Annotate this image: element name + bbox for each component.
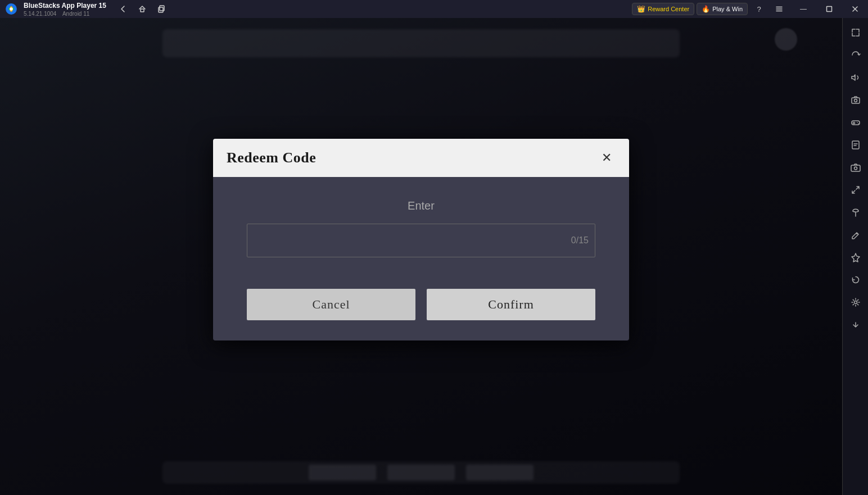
flame-icon: 🔥: [702, 5, 710, 13]
svg-rect-5: [827, 7, 832, 12]
rotate-sidebar-btn[interactable]: [846, 45, 866, 65]
svg-point-13: [854, 167, 857, 170]
svg-rect-11: [852, 141, 859, 149]
play-win-label: Play & Win: [712, 6, 743, 12]
expand-sidebar-btn[interactable]: [846, 22, 866, 43]
svg-point-10: [858, 123, 859, 124]
confirm-button[interactable]: Confirm: [427, 289, 595, 320]
dialog-close-icon: ✕: [602, 151, 612, 165]
svg-point-14: [854, 301, 857, 304]
resize-sidebar-btn[interactable]: [846, 180, 866, 200]
code-input-container: 0/15: [247, 224, 595, 257]
eco-sidebar-btn[interactable]: [846, 202, 866, 222]
airplane-sidebar-btn[interactable]: [846, 247, 866, 267]
crown-icon: 👑: [637, 5, 645, 13]
dialog-footer: Cancel Confirm: [213, 280, 629, 340]
svg-point-7: [854, 99, 857, 102]
volume-sidebar-btn[interactable]: [846, 67, 866, 88]
svg-point-9: [857, 122, 858, 123]
dialog-header: Redeem Code ✕: [213, 139, 629, 177]
gamepad-sidebar-btn[interactable]: [846, 112, 866, 133]
maximize-button[interactable]: [816, 0, 842, 18]
help-button[interactable]: ?: [750, 0, 768, 18]
reward-center-button[interactable]: 👑 Reward Center: [632, 3, 694, 15]
close-button[interactable]: [842, 0, 868, 18]
svg-rect-12: [851, 165, 860, 171]
home-button[interactable]: [133, 0, 151, 18]
bottom-sidebar-btn[interactable]: [846, 315, 866, 335]
right-sidebar: [842, 18, 868, 495]
main-content: Redeem Code ✕ Enter 0/15 Cancel Confirm: [0, 18, 842, 495]
svg-rect-2: [141, 9, 144, 12]
enter-label: Enter: [408, 199, 435, 212]
copy-button[interactable]: [152, 0, 170, 18]
svg-rect-4: [159, 7, 163, 12]
help-icon: ?: [757, 5, 761, 13]
app-version: 5.14.21.1004 Android 11: [24, 11, 108, 17]
app-name: BlueStacks App Player 15: [24, 2, 106, 10]
app-logo: [0, 0, 22, 18]
play-win-button[interactable]: 🔥 Play & Win: [697, 3, 748, 15]
reward-center-label: Reward Center: [648, 6, 689, 12]
back-button[interactable]: [114, 0, 132, 18]
settings-sidebar-btn[interactable]: [846, 292, 866, 312]
dialog-close-button[interactable]: ✕: [598, 149, 616, 167]
dialog-title: Redeem Code: [227, 149, 316, 166]
modal-overlay: Redeem Code ✕ Enter 0/15 Cancel Confirm: [0, 18, 842, 495]
menu-button[interactable]: [770, 0, 788, 18]
cancel-button[interactable]: Cancel: [247, 289, 415, 320]
svg-rect-6: [852, 98, 860, 103]
refresh-sidebar-btn[interactable]: [846, 270, 866, 290]
titlebar-nav: [114, 0, 170, 18]
camera-sidebar-btn[interactable]: [846, 157, 866, 178]
dialog-body: Enter 0/15: [213, 177, 629, 280]
edit-sidebar-btn[interactable]: [846, 225, 866, 245]
titlebar: BlueStacks App Player 15 5.14.21.1004 An…: [0, 0, 868, 18]
titlebar-right: 👑 Reward Center 🔥 Play & Win ?: [632, 0, 788, 18]
apk-sidebar-btn[interactable]: [846, 135, 866, 155]
window-controls: —: [790, 0, 868, 18]
screenshot-sidebar-btn[interactable]: [846, 90, 866, 110]
code-input[interactable]: [247, 224, 595, 257]
minimize-button[interactable]: —: [790, 0, 816, 18]
svg-point-1: [10, 7, 13, 11]
redeem-code-dialog: Redeem Code ✕ Enter 0/15 Cancel Confirm: [213, 139, 629, 340]
app-info: BlueStacks App Player 15 5.14.21.1004 An…: [24, 2, 108, 17]
svg-rect-3: [160, 6, 164, 11]
